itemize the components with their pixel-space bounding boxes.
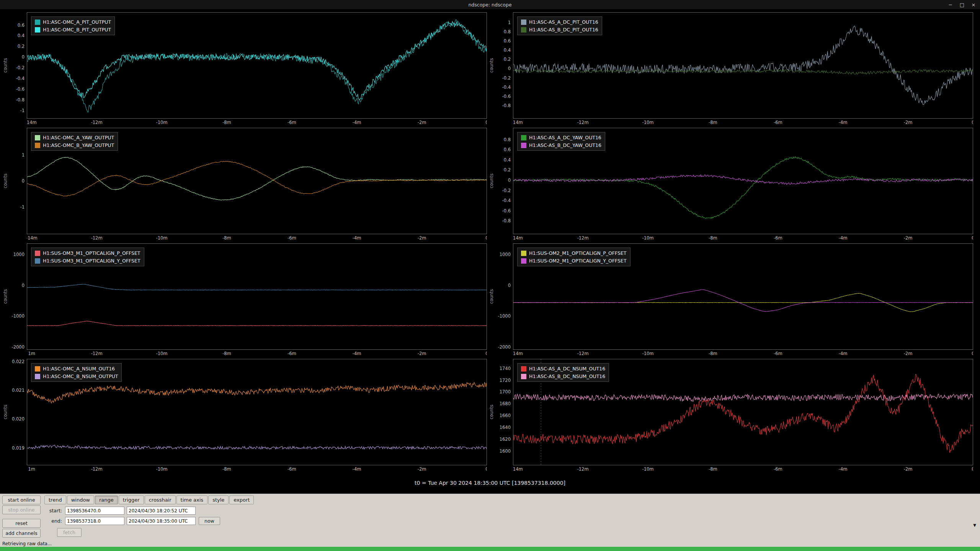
x-tick-label: -10m [156, 351, 168, 356]
plot-canvas[interactable]: H1:ASC-AS_A_DC_NSUM_OUT16H1:ASC-AS_B_DC_… [513, 359, 973, 465]
now-button[interactable]: now [199, 517, 220, 525]
tab-style[interactable]: style [208, 496, 229, 504]
y-axis-label: counts [2, 243, 8, 350]
y-tick-label: 0 [22, 54, 24, 60]
minimize-icon[interactable]: − [947, 2, 954, 8]
y-axis-label: counts [488, 359, 495, 465]
x-axis-ticks: 14m-12m-10m-8m-6m-4m-2m0 [27, 119, 487, 126]
fetch-button[interactable]: fetch [57, 528, 82, 537]
plot-canvas[interactable]: H1:ASC-AS_A_DC_YAW_OUT16H1:ASC-AS_B_DC_Y… [513, 128, 973, 234]
plot-asc-as-dc-nsum[interactable]: counts17401720170016801660164016201600H1… [488, 359, 973, 472]
add-channels-button[interactable]: add channels [2, 529, 41, 538]
close-icon[interactable]: × [970, 2, 977, 8]
tab-trend[interactable]: trend [44, 496, 66, 504]
y-tick-label: 1660 [500, 413, 511, 418]
x-tick-label: 1m [28, 351, 35, 356]
tab-window[interactable]: window [67, 496, 94, 504]
start-row: start: [44, 507, 196, 515]
x-tick-label: 14m [513, 466, 523, 472]
plot-legend[interactable]: H1:ASC-AS_A_DC_YAW_OUT16H1:ASC-AS_B_DC_Y… [517, 132, 605, 151]
plot-asc-as-dc-pit[interactable]: counts10.80.60.40.20-0.2-0.4-0.6-0.8H1:A… [488, 12, 973, 126]
y-tick-label: -0.8 [16, 97, 24, 103]
channel-name: H1:ASC-AS_A_DC_YAW_OUT16 [529, 135, 601, 140]
plot-legend[interactable]: H1:ASC-AS_A_DC_NSUM_OUT16H1:ASC-AS_B_DC_… [517, 363, 609, 382]
legend-entry: H1:ASC-AS_A_DC_PIT_OUT16 [521, 19, 598, 25]
x-axis-ticks: 1m-12m-10m-8m-6m-4m-2m0 [27, 350, 487, 357]
y-axis-label: counts [2, 12, 8, 119]
legend-color-swatch [35, 251, 40, 256]
stop-online-button[interactable]: stop online [2, 505, 41, 514]
plot-canvas[interactable]: H1:SUS-OM2_M1_OPTICALIGN_P_OFFSETH1:SUS-… [513, 243, 973, 350]
x-tick-label: -12m [91, 351, 103, 356]
plot-asc-omc-nsum[interactable]: counts0.0220.0210.0200.019H1:ASC-OMC_A_N… [2, 359, 487, 472]
end-utc-input[interactable] [127, 517, 196, 525]
plot-sus-om3-opticalign[interactable]: counts10000-1000-2000H1:SUS-OM3_M1_OPTIC… [2, 243, 487, 357]
plot-asc-omc-pit[interactable]: counts0.60.40.20-0.2-0.4-0.6-0.8-1H1:ASC… [2, 12, 487, 126]
plot-canvas[interactable]: H1:ASC-OMC_A_PIT_OUTPUTH1:ASC-OMC_B_PIT_… [27, 12, 487, 119]
progress-bar [0, 547, 980, 551]
y-tick-label: 0 [22, 178, 24, 184]
plot-asc-as-dc-yaw[interactable]: counts0.80.60.40.20-0.2-0.4-0.6-0.8H1:AS… [488, 128, 973, 241]
x-tick-label: -6m [287, 466, 296, 472]
plot-legend[interactable]: H1:ASC-OMC_A_PIT_OUTPUTH1:ASC-OMC_B_PIT_… [31, 16, 115, 35]
start-utc-input[interactable] [127, 507, 196, 515]
y-tick-label: -1 [20, 204, 24, 210]
plot-canvas[interactable]: H1:ASC-AS_A_DC_PIT_OUT16H1:ASC-AS_B_DC_P… [513, 12, 973, 119]
plot-canvas[interactable]: H1:ASC-OMC_A_NSUM_OUT16H1:ASC-OMC_B_NSUM… [27, 359, 487, 465]
plot-asc-omc-yaw[interactable]: counts10-1H1:ASC-OMC_A_YAW_OUTPUTH1:ASC-… [2, 128, 487, 241]
tab-export[interactable]: export [229, 496, 254, 504]
y-tick-label: -0.4 [502, 198, 511, 203]
y-tick-label: -0.8 [502, 218, 511, 223]
legend-color-swatch [35, 135, 40, 140]
x-tick-label: 0 [485, 235, 487, 241]
reset-button[interactable]: reset [2, 519, 41, 528]
y-tick-label: 1740 [500, 366, 511, 371]
y-axis-ticks: 17401720170016801660164016201600 [495, 359, 513, 465]
plot-sus-om2-opticalign[interactable]: counts10000-1000-2000H1:SUS-OM2_M1_OPTIC… [488, 243, 973, 357]
plot-legend[interactable]: H1:ASC-OMC_A_NSUM_OUT16H1:ASC-OMC_B_NSUM… [31, 363, 122, 382]
x-tick-label: -12m [91, 235, 103, 241]
y-tick-label: 0.4 [504, 157, 511, 163]
window-controls: − □ × [947, 0, 977, 9]
legend-color-swatch [521, 20, 526, 25]
x-tick-label: -2m [418, 235, 426, 241]
plot-canvas[interactable]: H1:SUS-OM3_M1_OPTICALIGN_P_OFFSETH1:SUS-… [27, 243, 487, 350]
maximize-icon[interactable]: □ [959, 2, 965, 8]
plot-legend[interactable]: H1:ASC-AS_A_DC_PIT_OUT16H1:ASC-AS_B_DC_P… [517, 16, 602, 35]
plot-legend[interactable]: H1:SUS-OM3_M1_OPTICALIGN_P_OFFSETH1:SUS-… [31, 248, 144, 266]
x-tick-label: -12m [577, 466, 589, 472]
legend-entry: H1:SUS-OM3_M1_OPTICALIGN_Y_OFFSET [35, 258, 140, 264]
x-tick-label: 0 [972, 235, 973, 241]
end-gps-input[interactable] [65, 517, 124, 525]
legend-color-swatch [521, 251, 526, 256]
y-tick-label: 1600 [500, 448, 511, 454]
y-tick-label: 1640 [500, 425, 511, 430]
tab-trigger[interactable]: trigger [119, 496, 144, 504]
y-axis-label: counts [488, 243, 495, 350]
tab-crosshair[interactable]: crosshair [145, 496, 176, 504]
x-tick-label: -6m [774, 235, 782, 241]
x-axis-ticks: 14m-12m-10m-8m-6m-4m-2m0 [513, 119, 973, 126]
x-tick-label: -8m [222, 351, 231, 356]
y-tick-label: 1 [22, 152, 24, 158]
x-tick-label: -2m [904, 235, 913, 241]
x-axis-ticks: 1m-12m-10m-8m-6m-4m-2m0 [27, 465, 487, 472]
x-tick-label: -8m [709, 466, 717, 472]
tab-range[interactable]: range [95, 496, 118, 504]
start-online-button[interactable]: start online [2, 496, 41, 504]
x-tick-label: 14m [27, 120, 37, 125]
y-tick-label: 0.6 [504, 147, 511, 152]
x-tick-label: -4m [839, 235, 848, 241]
y-tick-label: 0.8 [504, 29, 511, 34]
plot-legend[interactable]: H1:SUS-OM2_M1_OPTICALIGN_P_OFFSETH1:SUS-… [517, 248, 630, 266]
tab-time-axis[interactable]: time axis [176, 496, 208, 504]
x-tick-label: -2m [418, 351, 426, 356]
y-axis-ticks: 0.0220.0210.0200.019 [8, 359, 27, 465]
x-tick-label: -4m [839, 466, 848, 472]
dropdown-arrow-icon[interactable]: ▼ [973, 523, 976, 527]
start-gps-input[interactable] [65, 507, 124, 515]
y-axis-ticks: 10000-1000-2000 [8, 243, 27, 350]
plot-legend[interactable]: H1:ASC-OMC_A_YAW_OUTPUTH1:ASC-OMC_B_YAW_… [31, 132, 118, 151]
plot-canvas[interactable]: H1:ASC-OMC_A_YAW_OUTPUTH1:ASC-OMC_B_YAW_… [27, 128, 487, 234]
x-tick-label: 14m [513, 351, 523, 356]
